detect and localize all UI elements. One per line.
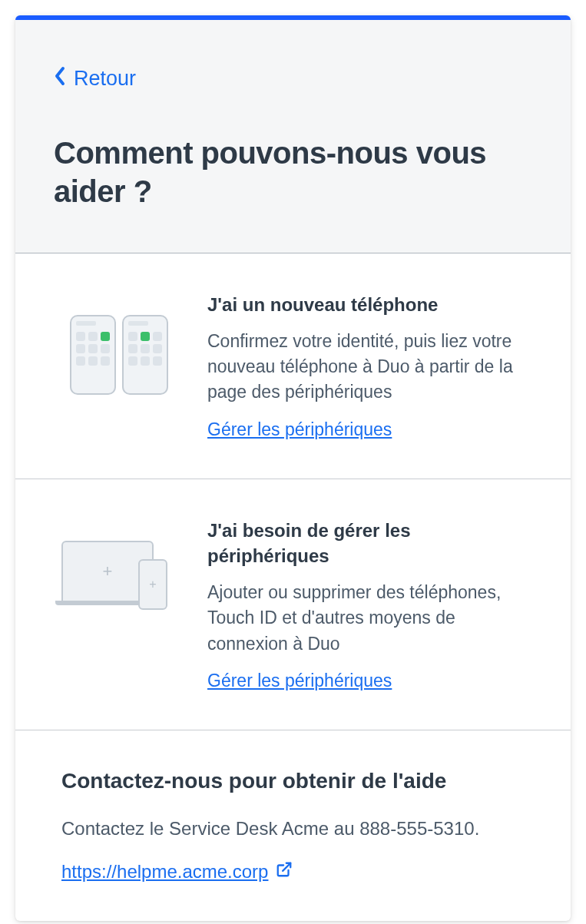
back-label: Retour	[74, 67, 136, 91]
option-title: J'ai besoin de gérer les périphériques	[207, 518, 532, 569]
page-title: Comment pouvons-nous vous aider ?	[54, 134, 532, 210]
help-card: Retour Comment pouvons-nous vous aider ?	[15, 15, 571, 921]
contact-link-text: https://helpme.acme.corp	[61, 861, 268, 883]
contact-text: Contactez le Service Desk Acme au 888-55…	[61, 815, 525, 843]
option-body: J'ai besoin de gérer les périphériques A…	[207, 518, 532, 691]
contact-section: Contactez-nous pour obtenir de l'aide Co…	[15, 730, 571, 921]
manage-devices-link[interactable]: Gérer les périphériques	[207, 671, 392, 691]
phones-icon	[61, 292, 177, 395]
back-link[interactable]: Retour	[54, 66, 136, 91]
option-title: J'ai un nouveau téléphone	[207, 292, 532, 318]
option-desc: Confirmez votre identité, puis liez votr…	[207, 329, 532, 406]
option-body: J'ai un nouveau téléphone Confirmez votr…	[207, 292, 532, 440]
external-link-icon	[276, 861, 293, 883]
contact-link[interactable]: https://helpme.acme.corp	[61, 861, 293, 883]
option-manage-devices: + + J'ai besoin de gérer les périphériqu…	[15, 479, 571, 730]
svg-line-0	[283, 863, 291, 871]
option-desc: Ajouter ou supprimer des téléphones, Tou…	[207, 580, 532, 657]
option-new-phone: J'ai un nouveau téléphone Confirmez votr…	[15, 253, 571, 479]
manage-devices-link[interactable]: Gérer les périphériques	[207, 419, 392, 439]
contact-title: Contactez-nous pour obtenir de l'aide	[61, 769, 525, 793]
header: Retour Comment pouvons-nous vous aider ?	[15, 20, 571, 253]
chevron-left-icon	[54, 66, 66, 91]
devices-icon: + +	[61, 518, 177, 610]
